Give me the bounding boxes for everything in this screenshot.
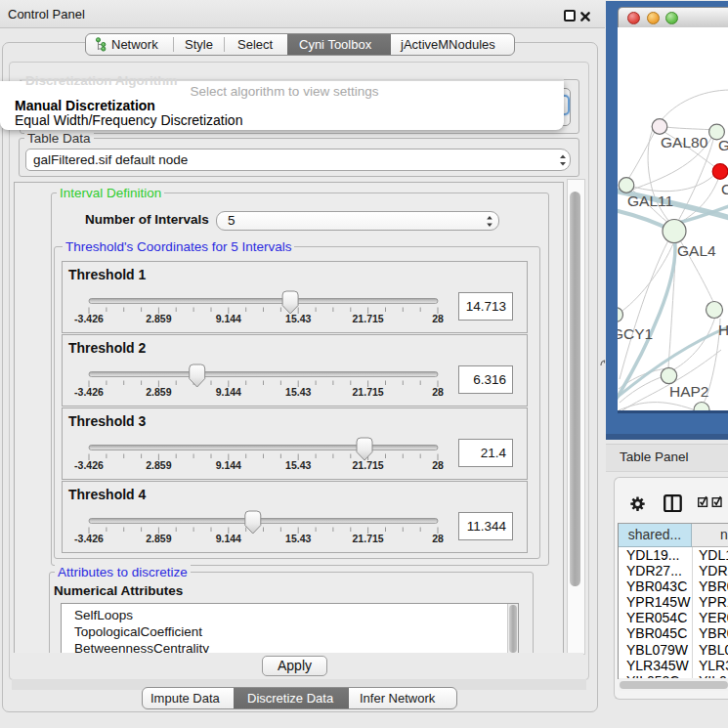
svg-text:28: 28 <box>432 386 444 398</box>
svg-text:2.859: 2.859 <box>146 533 171 544</box>
svg-text:GCY1: GCY1 <box>618 325 653 342</box>
svg-text:-3.426: -3.426 <box>74 533 104 544</box>
svg-text:28: 28 <box>432 533 444 544</box>
svg-text:C: C <box>721 181 728 197</box>
svg-text:21.715: 21.715 <box>353 459 384 471</box>
svg-text:9.144: 9.144 <box>216 533 241 544</box>
svg-text:28: 28 <box>432 313 444 324</box>
svg-text:21.715: 21.715 <box>353 386 384 398</box>
svg-text:15.43: 15.43 <box>285 533 311 544</box>
svg-text:2.859: 2.859 <box>146 459 171 471</box>
svg-text:2.859: 2.859 <box>146 313 171 324</box>
svg-text:15.43: 15.43 <box>285 313 311 324</box>
svg-text:HAP2: HAP2 <box>669 383 709 400</box>
svg-text:HI: HI <box>718 321 728 338</box>
svg-text:-3.426: -3.426 <box>74 459 104 471</box>
svg-text:9.144: 9.144 <box>216 313 241 324</box>
svg-text:15.43: 15.43 <box>285 386 311 398</box>
svg-text:2.859: 2.859 <box>146 386 171 398</box>
svg-text:21.715: 21.715 <box>353 533 384 544</box>
svg-text:GAL4: GAL4 <box>677 242 716 259</box>
svg-text:15.43: 15.43 <box>285 459 311 471</box>
svg-text:21.715: 21.715 <box>353 313 384 324</box>
svg-text:GA: GA <box>718 137 728 153</box>
svg-text:9.144: 9.144 <box>216 386 241 398</box>
svg-text:GAL11: GAL11 <box>627 193 673 209</box>
svg-text:28: 28 <box>432 459 444 471</box>
svg-text:-3.426: -3.426 <box>74 313 104 324</box>
svg-text:-3.426: -3.426 <box>74 386 104 398</box>
svg-text:GAL80: GAL80 <box>661 134 708 150</box>
svg-text:9.144: 9.144 <box>216 459 241 471</box>
